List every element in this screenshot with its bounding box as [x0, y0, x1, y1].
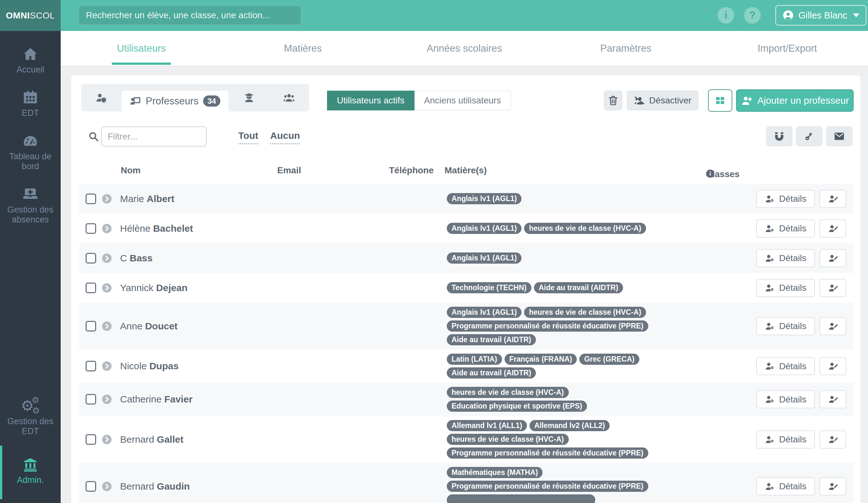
chevron-right-icon[interactable] [102, 253, 112, 263]
select-none-link[interactable]: Aucun [270, 130, 300, 144]
first-name: Hélène [120, 223, 153, 234]
subject-badges: Anglais lv1 (AGL1) [447, 184, 686, 213]
select-all-link[interactable]: Tout [238, 130, 258, 144]
professor-name: Marie Albert [120, 193, 174, 204]
row-checkbox[interactable] [85, 282, 96, 293]
global-search-input[interactable] [79, 6, 301, 25]
sidebar-item[interactable]: Gestion des absences [0, 181, 61, 230]
bulk-action-button[interactable] [826, 126, 852, 146]
details-button[interactable]: Détails [756, 317, 815, 335]
edit-user-button[interactable] [819, 219, 846, 238]
info-icon[interactable]: i [717, 7, 734, 24]
table-row: Marie Albert Anglais lv1 (AGL1) Détails [79, 184, 853, 213]
chevron-right-icon[interactable] [102, 223, 112, 234]
edit-user-button[interactable] [819, 477, 846, 495]
status-toggle: Utilisateurs actifs Anciens utilisateurs [327, 91, 511, 111]
subject-badge: Anglais lv1 (AGL1) [447, 307, 521, 318]
chevron-right-icon[interactable] [102, 361, 112, 371]
table-grid-icon [714, 95, 726, 106]
row-checkbox[interactable] [85, 223, 96, 234]
help-icon[interactable]: ? [744, 7, 761, 24]
edit-user-button[interactable] [819, 390, 846, 409]
main-tab[interactable]: Import/Export [706, 31, 868, 66]
chevron-right-icon[interactable] [102, 434, 112, 444]
last-name: Bachelet [153, 223, 193, 234]
row-checkbox[interactable] [85, 253, 96, 263]
subject-badge: Programme personnalisé de réussite éduca… [447, 448, 648, 459]
details-button[interactable]: Détails [756, 430, 815, 448]
row-checkbox[interactable] [85, 434, 96, 444]
user-type-tab[interactable] [269, 84, 309, 112]
main-tab-label: Années scolaires [422, 43, 507, 54]
row-checkbox[interactable] [85, 481, 96, 492]
user-type-tab[interactable]: Professeurs 34 [121, 90, 229, 112]
add-professor-label: Ajouter un professeur [757, 95, 849, 106]
chevron-right-icon[interactable] [102, 481, 112, 492]
bulk-action-icon [834, 130, 845, 142]
row-checkbox[interactable] [85, 193, 96, 204]
table-row: Bernard Gaudin Mathématiques (MATHA)Prog… [79, 463, 853, 503]
bulk-action-button[interactable] [766, 126, 792, 146]
caret-down-icon [853, 13, 859, 17]
edit-user-button[interactable] [819, 430, 846, 448]
add-professor-button[interactable]: Ajouter un professeur [736, 90, 854, 112]
bulk-action-button[interactable] [796, 126, 822, 146]
professor-name: Yannick Dejean [120, 282, 187, 293]
professor-name: Catherine Favier [120, 394, 193, 405]
main-tab-label: Paramètres [595, 43, 656, 54]
main-tab[interactable]: Utilisateurs [61, 31, 222, 66]
table-view-button[interactable] [708, 90, 732, 112]
details-button[interactable]: Détails [756, 357, 815, 375]
subject-badges: Technologie (TECHN)Aide au travail (AIDT… [447, 273, 686, 303]
edit-user-button[interactable] [819, 357, 846, 375]
sidebar-item[interactable]: Tableau de bord [0, 127, 61, 177]
edit-user-button[interactable] [819, 190, 846, 208]
chevron-right-icon[interactable] [102, 282, 112, 293]
main-tab[interactable]: Paramètres [545, 31, 707, 66]
details-label: Détails [779, 253, 806, 263]
sidebar-item[interactable]: ⚙⚙⚙ Gestion des EDT [0, 392, 61, 442]
table-header: Nom Email Téléphone Matière(s) Classes [79, 161, 853, 181]
user-type-tab[interactable] [229, 84, 269, 112]
sidebar-item[interactable]: Accueil [0, 41, 61, 80]
filter-input[interactable] [101, 126, 207, 147]
sidebar-spacer [0, 234, 61, 392]
details-button[interactable]: Détails [756, 219, 815, 238]
table-body: Marie Albert Anglais lv1 (AGL1) Détails [79, 184, 853, 503]
sidebar-item[interactable]: EDT [0, 84, 61, 124]
details-button[interactable]: Détails [756, 390, 815, 409]
row-checkbox[interactable] [85, 321, 96, 331]
main-tab[interactable]: Années scolaires [384, 31, 545, 66]
details-button[interactable]: Détails [756, 249, 815, 267]
sidebar-item-label: Admin. [17, 475, 44, 485]
sidebar-item-icon [22, 186, 38, 202]
details-button[interactable]: Détails [756, 190, 815, 208]
chevron-right-icon[interactable] [102, 321, 112, 331]
main-tab[interactable]: Matières [222, 31, 384, 66]
deactivate-button[interactable]: Désactiver [627, 91, 699, 111]
row-checkbox[interactable] [85, 394, 96, 405]
chevron-right-icon[interactable] [102, 394, 112, 405]
subject-badge: heures de vie de classe (HVC-A) [524, 223, 646, 234]
edit-user-button[interactable] [819, 317, 846, 335]
edit-user-button[interactable] [819, 279, 846, 297]
subject-badge: Aide au travail (AIDTR) [534, 282, 623, 293]
subject-badge: Programme personnalisé de réussite éduca… [447, 481, 648, 492]
details-button[interactable]: Détails [756, 279, 815, 297]
row-checkbox[interactable] [85, 361, 96, 371]
sidebar-item[interactable]: Admin. [0, 446, 61, 499]
user-edit-icon [828, 434, 838, 444]
user-type-tab[interactable] [81, 84, 121, 112]
chevron-right-icon[interactable] [102, 193, 112, 204]
status-toggle-segment[interactable]: Utilisateurs actifs [327, 91, 414, 111]
delete-button[interactable] [604, 91, 622, 111]
subject-badge: heures de vie de classe (HVC-A) [447, 434, 569, 445]
details-button[interactable]: Détails [756, 477, 815, 495]
classes-info-icon[interactable] [706, 169, 715, 178]
edit-user-button[interactable] [819, 249, 846, 267]
row-actions: Détails [756, 357, 846, 375]
user-menu-button[interactable]: Gilles Blanc [775, 5, 866, 25]
subject-badge-partial [447, 494, 595, 503]
status-toggle-segment[interactable]: Anciens utilisateurs [414, 91, 511, 111]
sidebar-item-label: Tableau de bord [4, 151, 56, 171]
